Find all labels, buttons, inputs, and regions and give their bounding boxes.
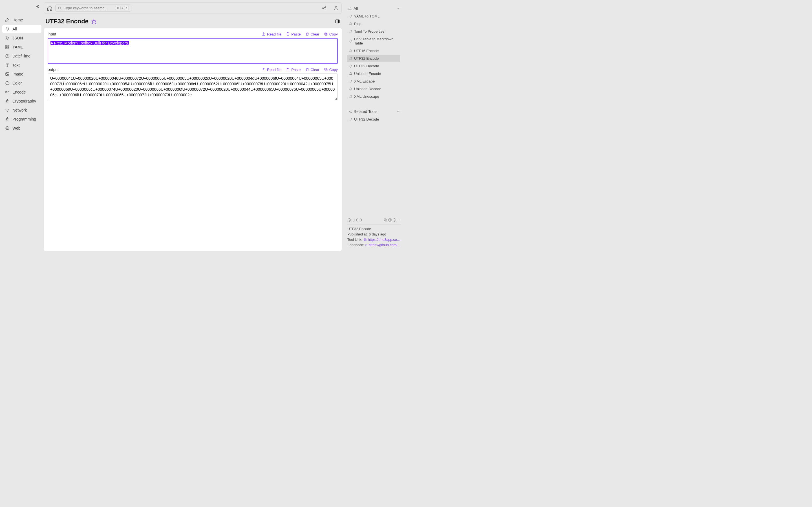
related-tools-panel: Related Tools UTF32 Decode — [345, 105, 404, 212]
chevron-down-icon[interactable] — [396, 6, 400, 10]
search-icon — [58, 6, 62, 10]
sidebar-item-image[interactable]: Image — [2, 70, 42, 78]
sidebar-item-web[interactable]: Web — [2, 124, 42, 132]
all-tools-title: All — [354, 6, 358, 11]
bell-icon — [349, 49, 352, 53]
output-read-file-button[interactable]: Read file — [262, 68, 282, 72]
tool-item-label: UTF32 Decode — [354, 64, 379, 68]
sidebar-item-programming[interactable]: Programming — [2, 115, 42, 123]
search-input[interactable] — [64, 6, 113, 10]
user-button[interactable] — [334, 6, 339, 11]
related-tools-title: Related Tools — [354, 109, 377, 114]
copy-icon[interactable] — [384, 218, 388, 222]
tool-item[interactable]: CSV Table to Markdown Table — [347, 35, 400, 47]
tool-item-label: Unicode Encode — [354, 71, 381, 76]
input-paste-button[interactable]: Paste — [286, 32, 301, 36]
divider — [347, 224, 401, 225]
sidebar-item-text[interactable]: Text — [2, 61, 42, 69]
trash-icon — [305, 32, 309, 36]
svg-rect-33 — [364, 239, 366, 241]
svg-rect-29 — [385, 219, 387, 221]
grid-icon — [5, 45, 10, 49]
output-clear-button[interactable]: Clear — [305, 68, 319, 72]
check-icon[interactable] — [393, 218, 396, 222]
tool-item-label: CSV Table to Markdown Table — [354, 37, 398, 45]
content-panel: input Read file Paste Clear Copy A Free,… — [44, 28, 342, 251]
sidebar-collapse-button[interactable] — [35, 4, 40, 9]
tool-item[interactable]: XML Unescape — [347, 93, 400, 100]
image-icon — [5, 72, 10, 76]
sidebar-item-network[interactable]: Network — [2, 106, 42, 114]
sidebar-item-datetime[interactable]: Date/Time — [2, 52, 42, 60]
bell-icon — [349, 72, 352, 75]
svg-rect-23 — [324, 33, 326, 35]
globe-icon[interactable] — [388, 218, 392, 222]
tool-item-label: XML Unescape — [354, 94, 379, 99]
sidebar-nav: Home All JSON YAML Date/Time Text — [0, 16, 42, 132]
globe-icon — [5, 126, 10, 130]
bell-icon — [349, 95, 352, 98]
chevron-down-icon[interactable] — [397, 218, 401, 222]
sidebar-item-encode[interactable]: Encode — [2, 88, 42, 96]
main-area: ⌘ + K UTF32 Encode input — [44, 0, 406, 253]
tool-item[interactable]: UTF32 Decode — [347, 62, 400, 70]
share-button[interactable] — [322, 6, 327, 11]
sidebar-item-label: Network — [12, 108, 27, 112]
chevron-down-icon[interactable] — [396, 110, 400, 114]
tool-item-label: XML Escape — [354, 79, 375, 83]
tool-item[interactable]: YAML To TOML — [347, 12, 400, 20]
tool-item[interactable]: Toml To Properties — [347, 27, 400, 35]
input-copy-button[interactable]: Copy — [324, 32, 338, 36]
sidebar-item-home[interactable]: Home — [2, 16, 42, 24]
bell-icon — [349, 87, 352, 91]
svg-marker-17 — [92, 19, 96, 24]
sidebar-item-label: JSON — [12, 36, 23, 40]
panel-toggle-button[interactable] — [335, 19, 340, 24]
tool-item-label: Unicode Decode — [354, 87, 381, 91]
sidebar-item-label: Image — [12, 72, 23, 76]
tool-item[interactable]: UTF16 Encode — [347, 47, 400, 55]
sidebar-item-color[interactable]: Color — [2, 79, 42, 87]
sidebar-item-json[interactable]: JSON — [2, 34, 42, 42]
all-tools-panel: All YAML To TOMLPingToml To PropertiesCS… — [345, 2, 404, 103]
tool-item-label: UTF16 Encode — [354, 49, 378, 53]
svg-rect-22 — [325, 34, 327, 36]
input-read-file-button[interactable]: Read file — [262, 32, 282, 36]
svg-rect-26 — [325, 69, 327, 71]
tool-item[interactable]: Unicode Decode — [347, 85, 400, 93]
favorite-button[interactable] — [91, 19, 96, 24]
output-paste-button[interactable]: Paste — [286, 68, 301, 72]
svg-point-12 — [58, 7, 61, 9]
tool-item[interactable]: Unicode Encode — [347, 70, 400, 77]
search-box[interactable]: ⌘ + K — [55, 4, 132, 11]
sidebar-item-label: Home — [12, 18, 23, 22]
input-clear-button[interactable]: Clear — [305, 32, 319, 36]
bell-icon — [349, 57, 352, 60]
sidebar-item-cryptography[interactable]: Cryptography — [2, 97, 42, 105]
plug-icon — [5, 36, 10, 40]
tool-link[interactable]: https://t.he3app.co… — [368, 238, 400, 242]
copy-icon — [324, 32, 328, 36]
tool-item[interactable]: UTF32 Encode — [347, 55, 400, 62]
svg-rect-27 — [324, 68, 326, 70]
sidebar-item-yaml[interactable]: YAML — [2, 43, 42, 51]
info-feedback: Feedback: https://github.com/… — [347, 243, 401, 247]
sidebar-item-label: Cryptography — [12, 99, 36, 103]
lightning-icon — [5, 99, 10, 103]
encode-icon — [5, 90, 10, 94]
input-textarea[interactable]: A Free, Modern Toolbox Built for Develop… — [48, 38, 338, 64]
bell-icon — [349, 64, 352, 68]
tool-item[interactable]: Ping — [347, 20, 400, 27]
svg-rect-2 — [6, 47, 7, 49]
home-button[interactable] — [47, 5, 52, 11]
output-copy-button[interactable]: Copy — [324, 68, 338, 72]
output-textarea[interactable] — [48, 73, 338, 100]
feedback-link[interactable]: https://github.com/… — [368, 243, 401, 247]
all-tools-list[interactable]: YAML To TOMLPingToml To PropertiesCSV Ta… — [347, 12, 402, 100]
bell-icon — [349, 40, 352, 43]
sidebar-item-all[interactable]: All — [2, 25, 42, 33]
tool-item[interactable]: XML Escape — [347, 77, 400, 85]
related-tools-list: UTF32 Decode — [347, 115, 402, 123]
sidebar-item-label: Programming — [12, 117, 36, 121]
related-tool-item[interactable]: UTF32 Decode — [347, 115, 402, 123]
